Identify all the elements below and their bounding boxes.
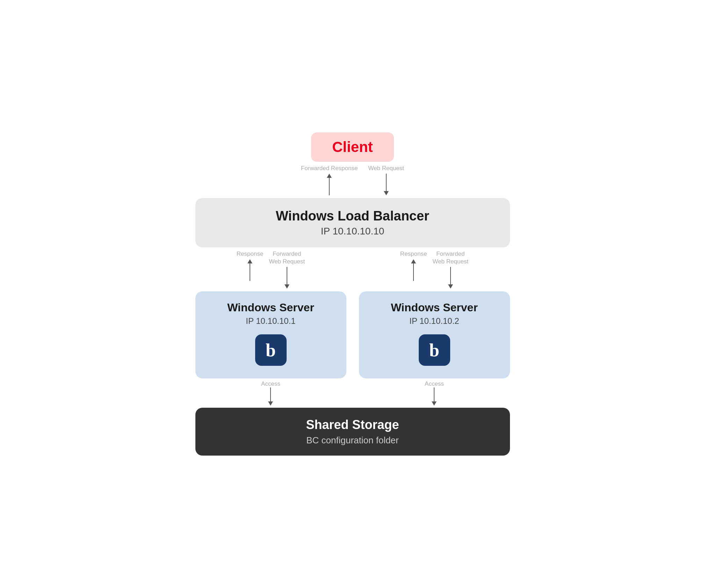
lb-ip: IP 10.10.10.10 <box>216 226 489 237</box>
arrow-head-up-left <box>327 174 332 178</box>
server2-ip: IP 10.10.10.2 <box>369 316 499 326</box>
server2-access-arrow <box>432 387 437 406</box>
server1-arrow-head-down <box>285 284 289 289</box>
server1-blink-icon: b <box>255 334 287 366</box>
server1-access-head <box>268 401 273 406</box>
server2-access-head <box>432 401 437 406</box>
server1-arrow-down <box>285 267 289 289</box>
web-request-col: Web Request <box>368 165 404 195</box>
server1-access-line <box>270 387 271 401</box>
forwarded-response-label: Forwarded Response <box>301 165 358 172</box>
server2-arrow-line-up <box>413 263 414 281</box>
server2-blink-letter: b <box>429 340 439 361</box>
server2-box: Windows Server IP 10.10.10.2 b <box>359 291 510 378</box>
server2-arrow-group: Response Forwarded Web Request <box>400 250 468 289</box>
middle-section: Response Forwarded Web Request <box>195 247 510 408</box>
server1-blink-letter: b <box>266 340 276 361</box>
server1-ip: IP 10.10.10.1 <box>206 316 336 326</box>
server1-arrow-line-up <box>250 263 250 281</box>
server2-response-label: Response <box>400 250 427 258</box>
top-arrow-row: Forwarded Response Web Request <box>195 165 510 195</box>
server2-fwd-col: Forwarded Web Request <box>432 250 468 289</box>
lb-title: Windows Load Balancer <box>216 209 489 224</box>
server1-response-label: Response <box>237 250 264 258</box>
server1-fwd-col: Forwarded Web Request <box>269 250 305 289</box>
server1-access-col: Access <box>261 380 280 406</box>
server2-access-label: Access <box>425 380 444 387</box>
shared-storage-box: Shared Storage BC configuration folder <box>195 408 510 456</box>
server1-col: Response Forwarded Web Request <box>195 247 346 408</box>
server1-arrow-group: Response Forwarded Web Request <box>237 250 305 289</box>
client-label: Client <box>332 139 373 155</box>
client-box: Client <box>311 132 394 162</box>
server2-response-col: Response <box>400 250 427 281</box>
arrow-line-down-right <box>386 174 387 191</box>
arrow-up-left <box>327 174 332 195</box>
server2-blink-icon: b <box>419 334 450 366</box>
server2-access-line <box>434 387 434 401</box>
server1-title: Windows Server <box>206 301 336 314</box>
server1-fwd-label: Forwarded Web Request <box>269 250 305 266</box>
server2-arrow-head-down <box>448 284 453 289</box>
diagram: Client Forwarded Response Web Request Wi… <box>195 132 510 456</box>
server1-arrow-up <box>247 259 252 281</box>
server2-arrow-head-up <box>411 259 416 263</box>
arrow-down-right <box>384 174 389 195</box>
server1-access-arrow <box>268 387 273 406</box>
storage-subtitle: BC configuration folder <box>216 435 489 446</box>
server2-arrow-up <box>411 259 416 281</box>
server2-access-col: Access <box>425 380 444 406</box>
arrow-head-down-right <box>384 191 389 195</box>
server2-fwd-label: Forwarded Web Request <box>432 250 468 266</box>
server1-arrow-head-up <box>247 259 252 263</box>
server2-arrow-down <box>448 267 453 289</box>
forwarded-response-col: Forwarded Response <box>301 165 358 195</box>
storage-title: Shared Storage <box>216 418 489 432</box>
server2-arrow-line-down <box>450 267 451 284</box>
server2-title: Windows Server <box>369 301 499 314</box>
arrow-line-up-left <box>329 178 330 195</box>
load-balancer-box: Windows Load Balancer IP 10.10.10.10 <box>195 198 510 247</box>
server2-col: Response Forwarded Web Request <box>359 247 510 408</box>
web-request-label: Web Request <box>368 165 404 172</box>
server1-access-label: Access <box>261 380 280 387</box>
server1-box: Windows Server IP 10.10.10.1 b <box>195 291 346 378</box>
server1-response-col: Response <box>237 250 264 281</box>
server1-arrow-line-down <box>287 267 287 284</box>
